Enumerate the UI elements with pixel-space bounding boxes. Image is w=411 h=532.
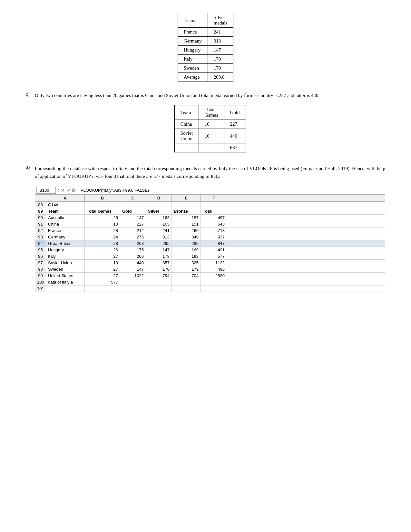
table-cell: 27	[85, 266, 120, 272]
col-header-f[interactable]: F	[201, 195, 227, 201]
table-cell: 357	[146, 260, 172, 266]
table-cell[interactable]: Sweden	[46, 266, 85, 272]
table-cell: 440	[224, 129, 246, 143]
table-cell[interactable]: Soviet Union	[46, 260, 85, 266]
silver-medals-table: Teams Silvermedals France241Germany313Hu…	[178, 13, 233, 82]
table-cell[interactable]: Australia	[46, 215, 85, 221]
table-row: SovietUnion10440	[174, 129, 246, 143]
table-cell	[120, 202, 146, 208]
table-cell[interactable]: United States	[46, 273, 85, 279]
table-cell: 10	[199, 129, 224, 143]
table-cell: 325	[172, 260, 201, 266]
table-cell[interactable]: France	[46, 227, 85, 234]
table-cell: 26	[85, 247, 120, 253]
table-cell: 163	[146, 215, 172, 221]
col-header-rownum	[35, 195, 46, 201]
list-item: 99United States2710227947042520	[35, 273, 385, 279]
team-name-cell: Sweden	[178, 64, 208, 73]
table-cell: 28	[85, 227, 120, 234]
confirm-icon[interactable]: ✓	[67, 188, 71, 193]
table-cell: 27	[85, 253, 120, 259]
list-item: 92France28212241260713	[35, 227, 385, 234]
table-cell: 713	[201, 227, 227, 234]
table-cell[interactable]: Germany	[46, 234, 85, 240]
table-cell: 275	[120, 234, 146, 240]
table-cell	[201, 279, 227, 285]
col-header-b[interactable]: B	[85, 195, 120, 201]
col-header-d[interactable]: D	[146, 195, 172, 201]
row-number: 100	[35, 279, 46, 285]
table-cell: 227	[120, 221, 146, 227]
table-cell: 169	[172, 247, 201, 253]
table-row: France241	[178, 28, 233, 37]
c-col-team: Team	[174, 105, 199, 120]
table-cell[interactable]: Q14d	[46, 202, 85, 208]
list-item: 93Germany24275313349937	[35, 234, 385, 240]
table-cell[interactable]: Hungary	[46, 247, 85, 253]
table-cell: 212	[120, 227, 146, 234]
table-cell: 543	[201, 221, 227, 227]
list-item: 90Australia26147163187497	[35, 215, 385, 221]
table-cell	[146, 285, 172, 292]
silver-value-cell: 170	[208, 64, 233, 73]
team-name-cell: Average	[178, 73, 208, 82]
section-c-text: Only two countries are having less than …	[35, 92, 385, 99]
section-c-letter: c)	[26, 92, 35, 97]
table-cell: 179	[172, 266, 201, 272]
silver-value-cell: 178	[208, 55, 233, 64]
table-cell[interactable]: Italy	[46, 253, 85, 259]
team-name-cell: France	[178, 28, 208, 37]
table-row: 667	[174, 143, 246, 152]
row-number: 99	[35, 273, 46, 279]
table-cell: 263	[120, 240, 146, 247]
table-cell: 491	[201, 247, 227, 253]
table-cell	[201, 202, 227, 208]
table-cell: 24	[85, 234, 120, 240]
list-item: 89TeamTotal GamesGoldSilverBronzeTotal	[35, 208, 385, 215]
row-number: 96	[35, 253, 46, 259]
table-cell[interactable]: China	[46, 221, 85, 227]
table-cell: 794	[146, 273, 172, 279]
table-cell: 165	[146, 221, 172, 227]
table-cell: 27	[85, 273, 120, 279]
table-cell: Total	[201, 208, 227, 214]
list-item: 100data of italy a577	[35, 279, 385, 285]
silver-col-teams: Teams	[178, 13, 208, 28]
table-cell: 1122	[201, 260, 227, 266]
table-row: Sweden170	[178, 64, 233, 73]
list-item: 98Sweden27147170179496	[35, 266, 385, 273]
table-cell: 313	[146, 234, 172, 240]
table-cell[interactable]: Team	[46, 208, 85, 214]
row-number: 95	[35, 247, 46, 253]
table-cell	[120, 285, 146, 292]
table-cell[interactable]	[46, 285, 85, 292]
section-c-content: Only two countries are having less than …	[35, 92, 385, 161]
table-cell: 147	[120, 266, 146, 272]
col-header-a[interactable]: A	[46, 195, 85, 201]
table-cell: 193	[172, 253, 201, 259]
table-cell: 847	[201, 240, 227, 247]
silver-value-cell: 147	[208, 46, 233, 55]
section-d-letter: d)	[26, 165, 35, 170]
table-cell	[146, 279, 172, 285]
section-d: d) For searching the database with respe…	[26, 165, 385, 292]
row-number: 88	[35, 202, 46, 208]
table-cell: 175	[120, 247, 146, 253]
col-header-e[interactable]: E	[172, 195, 201, 201]
table-cell	[172, 202, 201, 208]
excel-rows: 88Q14d89TeamTotal GamesGoldSilverBronzeT…	[35, 202, 385, 292]
table-cell[interactable]: Great Britain	[46, 240, 85, 247]
col-header-c[interactable]: C	[120, 195, 146, 201]
table-cell: 496	[201, 266, 227, 272]
cell-reference-box[interactable]: B100	[36, 187, 56, 194]
silver-table-section: Teams Silvermedals France241Germany313Hu…	[26, 13, 385, 82]
table-row: Germany313	[178, 37, 233, 46]
table-cell: Silver	[146, 208, 172, 214]
table-cell: China	[174, 120, 199, 129]
cancel-icon[interactable]: ✕	[61, 188, 65, 193]
table-cell[interactable]: data of italy a	[46, 279, 85, 285]
list-item: 95Hungary26175147169491	[35, 247, 385, 253]
table-cell	[120, 279, 146, 285]
section-d-text: For searching the database with respect …	[35, 165, 385, 180]
team-name-cell: Italy	[178, 55, 208, 64]
